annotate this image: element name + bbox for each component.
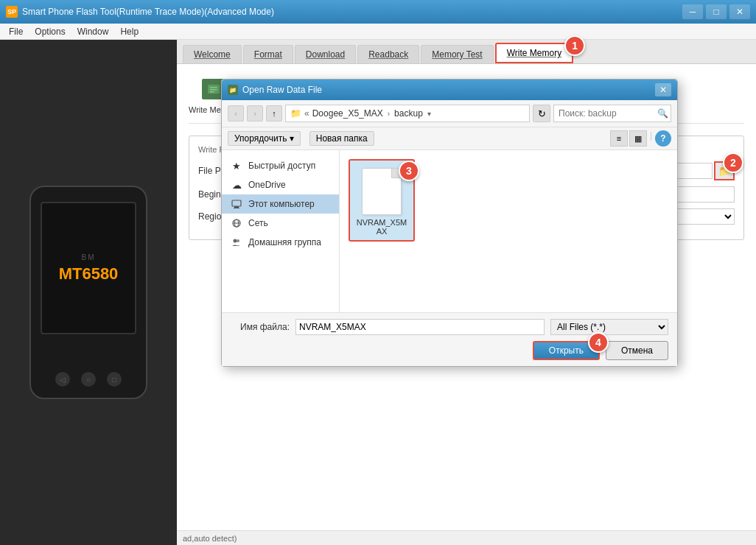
file-name-nvram: NVRAM_X5MAX	[354, 218, 409, 236]
dialog-toolbar: Упорядочить ▾ Новая папка ≡ ▦ | ?	[222, 127, 677, 150]
dialog-file-area: NVRAM_X5MAX 3	[340, 150, 677, 312]
browse-button[interactable]: 📁 2	[714, 161, 735, 180]
refresh-button[interactable]: ↻	[533, 105, 550, 122]
close-button[interactable]: ✕	[729, 4, 750, 19]
svg-rect-7	[234, 206, 239, 208]
step-badge-1: 1	[564, 35, 585, 56]
phone-brand: BM	[82, 253, 96, 261]
dialog-nav-bar: ‹ › ↑ 📁 « Doogee_X5_MAX › backup ▾ ↻ 🔍	[222, 100, 677, 127]
app-icon: SP	[6, 6, 18, 18]
step-badge-2: 2	[723, 152, 743, 173]
path-segment-2[interactable]: backup	[394, 108, 423, 119]
right-panel: Welcome Format Download Readback Memory …	[177, 40, 756, 545]
tab-format[interactable]: Format	[243, 45, 293, 63]
phone-model: MT6580	[59, 264, 119, 284]
step-badge-3: 3	[399, 161, 419, 181]
tab-write-memory[interactable]: Write Memory 1	[495, 43, 573, 63]
nav-back-button[interactable]: ‹	[228, 105, 244, 122]
network-icon	[231, 217, 242, 229]
file-page	[362, 168, 402, 215]
dialog-icon: 📁	[228, 85, 238, 95]
dialog-footer: Имя файла: All Files (*.*) Открыть 4 Отм…	[222, 312, 677, 366]
phone-bottom: ◁ ○ □	[55, 372, 122, 390]
tab-readback[interactable]: Readback	[357, 45, 419, 63]
content-area: Write Memory Stop Wri	[177, 64, 756, 530]
footer-filetype-select[interactable]: All Files (*.*)	[550, 319, 668, 335]
menu-help[interactable]: Help	[114, 25, 144, 38]
phone-screen: BM MT6580	[41, 202, 136, 334]
svg-point-13	[237, 239, 239, 242]
path-bar: 📁 « Doogee_X5_MAX › backup ▾	[285, 105, 530, 122]
file-open-dialog: 📁 Open Raw Data File ✕ ‹ › ↑ 📁 « Doogee_…	[221, 79, 678, 367]
homegroup-icon	[231, 236, 242, 248]
search-button[interactable]: 🔍	[655, 106, 670, 121]
phone-device: BM MT6580 ◁ ○ □	[29, 186, 147, 399]
dialog-nav-panel: ★ Быстрый доступ ☁ OneDrive Этот компьют…	[222, 150, 340, 312]
dialog-title-bar: 📁 Open Raw Data File ✕	[222, 80, 677, 100]
tab-download[interactable]: Download	[295, 45, 356, 63]
dialog-close-button[interactable]: ✕	[655, 83, 671, 96]
nav-panel-quick-access[interactable]: ★ Быстрый доступ	[222, 156, 339, 175]
dialog-body: ★ Быстрый доступ ☁ OneDrive Этот компьют…	[222, 150, 677, 312]
menu-window[interactable]: Window	[71, 25, 115, 38]
minimize-button[interactable]: ─	[682, 4, 703, 19]
footer-buttons: Открыть 4 Отмена	[231, 341, 668, 360]
menu-bar: File Options Window Help	[0, 24, 756, 40]
svg-rect-3	[210, 91, 214, 93]
svg-rect-6	[232, 200, 241, 206]
search-wrapper: 🔍	[553, 105, 671, 122]
nav-panel-network[interactable]: Сеть	[222, 214, 339, 233]
onedrive-icon: ☁	[231, 179, 242, 191]
phone-menu-btn: □	[107, 372, 122, 387]
app-title: Smart Phone Flash Tool(Runtime Trace Mod…	[22, 7, 682, 17]
file-item-nvram[interactable]: NVRAM_X5MAX 3	[349, 159, 415, 242]
status-text: ad,auto detect)	[183, 534, 237, 543]
tab-memory-test[interactable]: Memory Test	[421, 45, 493, 63]
view-buttons: ≡ ▦ | ?	[610, 130, 671, 147]
window-controls: ─ □ ✕	[682, 4, 750, 19]
dialog-title: Open Raw Data File	[242, 85, 655, 95]
this-pc-icon	[231, 198, 242, 210]
menu-file[interactable]: File	[3, 25, 29, 38]
nav-forward-button[interactable]: ›	[247, 105, 263, 122]
grid-view-button[interactable]: ▦	[629, 130, 647, 147]
list-view-button[interactable]: ≡	[610, 130, 628, 147]
step-badge-4: 4	[588, 332, 609, 353]
path-segment-1[interactable]: Doogee_X5_MAX	[312, 108, 383, 119]
cancel-button[interactable]: Отмена	[606, 341, 668, 360]
main-container: BM MT6580 ◁ ○ □ Welcome Format Download …	[0, 40, 756, 545]
new-folder-button[interactable]: Новая папка	[309, 131, 374, 146]
path-icon: 📁	[290, 108, 301, 119]
maximize-button[interactable]: □	[706, 4, 727, 19]
nav-panel-onedrive[interactable]: ☁ OneDrive	[222, 175, 339, 194]
nav-panel-homegroup[interactable]: Домашняя группа	[222, 233, 339, 252]
menu-options[interactable]: Options	[29, 25, 71, 38]
search-input[interactable]	[553, 105, 671, 122]
status-bar: ad,auto detect)	[177, 530, 756, 545]
tab-bar: Welcome Format Download Readback Memory …	[177, 40, 756, 64]
nav-up-button[interactable]: ↑	[266, 105, 282, 122]
left-panel: BM MT6580 ◁ ○ □	[0, 40, 177, 545]
open-button[interactable]: Открыть 4	[533, 341, 600, 360]
footer-filename-input[interactable]	[295, 319, 545, 335]
svg-rect-8	[234, 208, 239, 208]
footer-filename-label: Имя файла:	[231, 322, 290, 332]
phone-back-btn: ◁	[55, 372, 70, 387]
organize-button[interactable]: Упорядочить ▾	[228, 131, 301, 146]
help-button[interactable]: ?	[655, 130, 671, 147]
svg-rect-1	[210, 87, 217, 88]
tab-welcome[interactable]: Welcome	[183, 45, 242, 63]
svg-rect-2	[210, 89, 217, 91]
svg-point-12	[234, 239, 237, 243]
title-bar: SP Smart Phone Flash Tool(Runtime Trace …	[0, 0, 756, 24]
phone-home-btn: ○	[81, 372, 96, 387]
nav-panel-this-pc[interactable]: Этот компьютер	[222, 194, 339, 214]
quick-access-icon: ★	[231, 160, 242, 172]
